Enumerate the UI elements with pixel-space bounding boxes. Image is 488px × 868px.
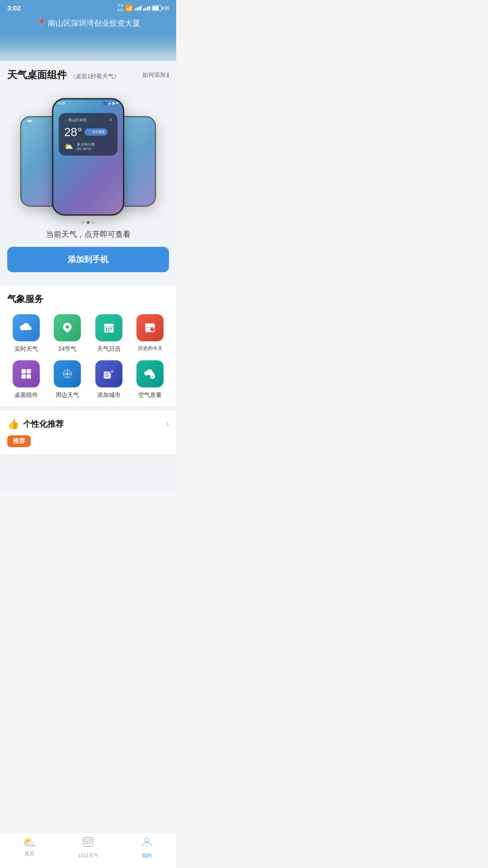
- service-label: 周边天气: [56, 391, 79, 399]
- widget-header: 天气桌面组件 （桌面1秒看天气） 如何添加 ℹ: [7, 68, 169, 82]
- service-label: 添加城市: [97, 391, 121, 399]
- location-text: 南山区深圳湾创业投资大厦: [48, 18, 140, 28]
- service-item-weather-calendar[interactable]: 天气日历: [90, 314, 128, 353]
- svg-rect-10: [145, 323, 155, 326]
- rec-header: 👍 个性化推荐 ›: [7, 418, 169, 430]
- service-label: 实时天气: [14, 345, 38, 353]
- service-label: 桌面组件: [14, 391, 38, 399]
- voice-broadcast-btn[interactable]: 🔊 语音播报: [84, 128, 108, 136]
- service-label: 历史的今天: [138, 345, 163, 352]
- svg-rect-15: [27, 374, 31, 379]
- header-scenic: [0, 34, 176, 61]
- service-label: 空气质量: [138, 391, 162, 399]
- widget-temperature: 28°: [64, 125, 82, 139]
- status-bar: 3:02 3.6K/s 📶 38: [0, 0, 176, 15]
- signal-icon: [135, 6, 141, 10]
- widget-subtitle: （桌面1秒看天气）: [70, 72, 120, 80]
- service-item-realtime-weather[interactable]: 实时天气: [7, 314, 45, 353]
- battery-level: 38: [164, 5, 169, 11]
- battery-icon: [152, 5, 162, 11]
- phone-time: 3:19: [58, 101, 65, 105]
- desktop-widget-icon: [13, 360, 40, 387]
- widget-condition: 多云转小雨: [77, 142, 95, 147]
- refresh-icon: ↺: [109, 118, 112, 122]
- main-content: 天气桌面组件 （桌面1秒看天气） 如何添加 ℹ ◄▶ ▲: [0, 61, 176, 491]
- service-label: 24节气: [58, 345, 76, 353]
- status-right: 3.6K/s 📶 38: [117, 4, 169, 13]
- svg-rect-7: [106, 330, 108, 331]
- carousel-dots: [7, 221, 169, 224]
- weather-calendar-icon: [95, 314, 122, 341]
- phone-icons: 🔵 ▲ ▶ ♥: [103, 101, 118, 105]
- rec-title-group: 👍 个性化推荐: [7, 418, 64, 430]
- services-title: 气象服务: [7, 293, 169, 305]
- service-item-nearby-weather[interactable]: 周边天气: [49, 360, 87, 399]
- network-speed: 3.6K/s: [117, 4, 123, 13]
- service-item-air-quality[interactable]: 空气质量: [131, 360, 169, 399]
- service-item-24-solar-terms[interactable]: 24节气: [49, 314, 87, 353]
- realtime-weather-icon: [13, 314, 40, 341]
- help-icon: ℹ: [167, 71, 169, 79]
- wifi-icon: 📶: [125, 5, 133, 12]
- svg-rect-13: [27, 369, 31, 373]
- svg-rect-4: [106, 328, 108, 330]
- carousel-dot: [92, 221, 95, 224]
- carousel-dot: [81, 221, 84, 224]
- speaker-icon: 🔊: [87, 130, 91, 134]
- svg-point-21: [150, 374, 155, 379]
- svg-point-0: [66, 326, 69, 328]
- history-today-icon: [136, 314, 164, 341]
- widget-title-group: 天气桌面组件 （桌面1秒看天气）: [7, 68, 120, 82]
- svg-rect-12: [21, 369, 26, 373]
- nearby-weather-icon: [54, 360, 81, 387]
- svg-point-18: [66, 373, 69, 375]
- svg-rect-14: [21, 374, 26, 379]
- recommendations-section: 👍 个性化推荐 › 推荐: [0, 411, 176, 454]
- service-item-add-city[interactable]: 添加城市: [90, 360, 128, 399]
- widget-section: 天气桌面组件 （桌面1秒看天气） 如何添加 ℹ ◄▶ ▲: [0, 61, 176, 281]
- widget-location: → 南山区深圳...: [64, 118, 89, 123]
- rec-badge[interactable]: 推荐: [7, 435, 31, 447]
- how-to-add-link[interactable]: 如何添加 ℹ: [142, 71, 169, 79]
- signal-icon-2: [143, 6, 150, 10]
- services-section: 气象服务 实时天气 24节气: [0, 286, 176, 406]
- current-weather-text: 当前天气，点开即可查看: [7, 229, 169, 240]
- phone-mockup-center: 3:19 🔵 ▲ ▶ ♥ → 南山区深圳... ↺: [52, 98, 124, 216]
- svg-rect-2: [104, 324, 113, 327]
- location-pin-icon: 📍: [37, 19, 46, 28]
- service-item-desktop-widget[interactable]: 桌面组件: [7, 360, 45, 399]
- svg-rect-19: [103, 372, 111, 379]
- carousel-dot-active: [87, 221, 89, 224]
- widget-title: 天气桌面组件: [7, 68, 67, 82]
- svg-rect-6: [110, 328, 112, 330]
- rec-arrow-icon[interactable]: ›: [166, 419, 169, 429]
- rec-title: 个性化推荐: [23, 419, 64, 429]
- add-city-icon: [95, 360, 122, 387]
- phone-carousel: ◄▶ ▲ 3:19 🔵 ▲ ▶ ♥ →: [7, 89, 169, 216]
- widget-temp-range: 20~25°C: [77, 147, 95, 151]
- add-to-phone-button[interactable]: 添加到手机: [7, 247, 169, 272]
- weather-condition-icon: ⛅: [64, 142, 73, 151]
- weather-widget: → 南山区深圳... ↺ 28° 🔊 语音播报: [59, 113, 117, 156]
- location-bar[interactable]: 📍 南山区深圳湾创业投资大厦: [0, 15, 176, 34]
- status-time: 3:02: [7, 4, 21, 12]
- air-quality-icon: [136, 360, 164, 387]
- svg-rect-5: [108, 328, 110, 330]
- thumb-icon: 👍: [7, 418, 19, 430]
- solar-terms-icon: [54, 314, 81, 341]
- svg-rect-8: [108, 330, 110, 331]
- services-grid: 实时天气 24节气: [7, 314, 169, 399]
- service-label: 天气日历: [97, 345, 121, 353]
- service-item-history-today[interactable]: 历史的今天: [131, 314, 169, 353]
